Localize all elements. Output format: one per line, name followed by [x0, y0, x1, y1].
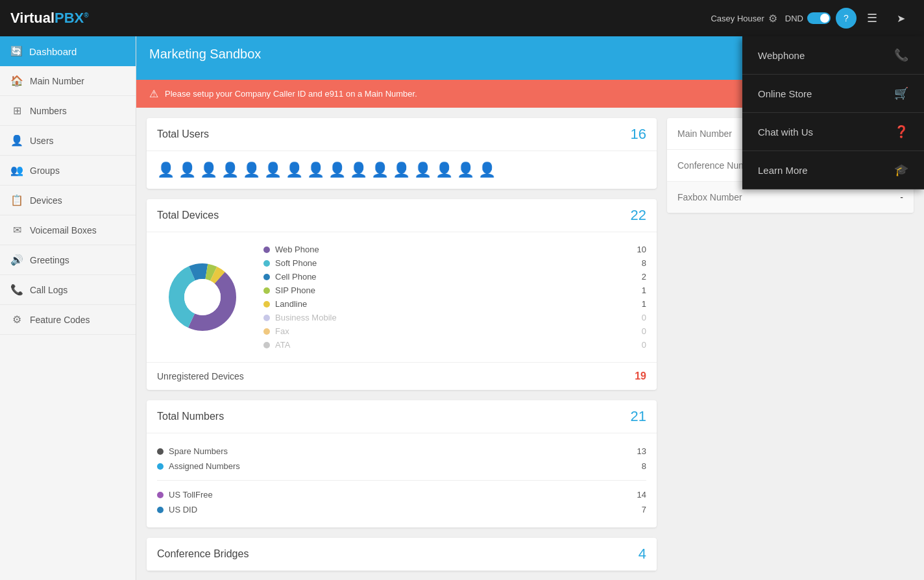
menu-button[interactable]: ☰: [859, 5, 885, 31]
dropdown-item-label: Chat with Us: [758, 127, 813, 138]
sidebar-item-users[interactable]: 👤 Users: [0, 126, 136, 156]
legend-label: Web Phone: [275, 245, 319, 254]
dropdown-item-webphone[interactable]: Webphone 📞: [742, 36, 924, 75]
phone-number: -: [900, 192, 903, 202]
legend-dot: [263, 287, 270, 294]
sidebar-item-main-number[interactable]: 🏠 Main Number: [0, 66, 136, 96]
legend-count: 0: [642, 340, 646, 350]
total-numbers-label: Total Numbers: [157, 411, 224, 422]
sidebar-item-dashboard[interactable]: 🔄 Dashboard: [0, 36, 136, 66]
conference-bridges-header: Conference Bridges 4: [147, 538, 657, 571]
dropdown-overlay: Webphone 📞 Online Store 🛒 Chat with Us ❓…: [742, 36, 924, 189]
legend-row: Soft Phone 8: [263, 256, 646, 270]
sidebar-item-greetings[interactable]: 🔊 Greetings: [0, 245, 136, 275]
sidebar-item-groups[interactable]: 👥 Groups: [0, 156, 136, 186]
numbers-label: US DID: [169, 505, 197, 514]
sidebar-item-voicemail-boxes[interactable]: ✉ Voicemail Boxes: [0, 215, 136, 245]
help-button[interactable]: ?: [836, 8, 857, 29]
user-figure-icon: 👤: [478, 162, 496, 178]
user-figure-icon: 👤: [393, 162, 410, 178]
dropdown-item-icon: 🎓: [894, 163, 908, 177]
legend-dot: [263, 274, 270, 280]
sidebar-item-feature-codes[interactable]: ⚙ Feature Codes: [0, 305, 136, 335]
user-figure-icon: 👤: [264, 162, 282, 178]
logo-virtual-text: Virtual: [10, 10, 55, 26]
user-figure-icon: 👤: [243, 162, 260, 178]
dropdown-item-online-store[interactable]: Online Store 🛒: [742, 75, 924, 113]
user-figure-icon: 👤: [221, 162, 239, 178]
total-numbers-card: Total Numbers 21 Spare Numbers 13 Assign…: [147, 400, 657, 527]
dropdown-item-label: Learn More: [758, 165, 808, 176]
total-users-card: Total Users 16 👤👤👤👤👤👤👤👤👤👤👤👤👤👤👤👤: [147, 118, 657, 189]
legend-count: 1: [642, 299, 646, 309]
phone-label: Faxbox Number: [677, 192, 742, 202]
toggle-knob: [820, 14, 829, 23]
navbar: VirtualPBX® Casey Houser ⚙ DND ? ☰ ➤: [0, 0, 924, 36]
numbers-count: 7: [642, 505, 646, 514]
legend-count: 8: [642, 258, 646, 268]
dropdown-item-icon: ❓: [894, 125, 908, 139]
sidebar-label-numbers: Numbers: [30, 106, 67, 116]
dropdown-item-learn-more[interactable]: Learn More 🎓: [742, 151, 924, 189]
dropdown-item-chat-with-us[interactable]: Chat with Us ❓: [742, 113, 924, 151]
home-icon: 🏠: [10, 75, 23, 87]
user-figure-icon: 👤: [178, 162, 196, 178]
voicemail-icon: ✉: [10, 224, 23, 236]
total-users-header: Total Users 16: [147, 118, 657, 151]
alert-message: Please setup your Company Caller ID and …: [165, 89, 417, 99]
conference-bridges-label: Conference Bridges: [157, 548, 249, 560]
numbers-label: US TollFree: [169, 490, 213, 500]
legend-count: 10: [637, 245, 646, 254]
user-figure-icon: 👤: [307, 162, 324, 178]
user-figure-icon: 👤: [328, 162, 346, 178]
greetings-icon: 🔊: [10, 254, 23, 266]
numbers-dot: [157, 492, 164, 498]
dnd-toggle[interactable]: DND: [785, 12, 831, 24]
sidebar-label-groups: Groups: [30, 165, 60, 176]
sidebar-item-devices[interactable]: 📋 Devices: [0, 186, 136, 215]
dnd-label: DND: [785, 14, 803, 23]
sidebar-label-call-logs: Call Logs: [30, 285, 67, 295]
numbers-row: Spare Numbers 13: [157, 444, 646, 459]
devices-icon: 📋: [10, 194, 23, 206]
numbers-count: 13: [637, 446, 646, 456]
numbers-dot: [157, 463, 164, 470]
numbers-count: 14: [637, 490, 646, 500]
dropdown-item-icon: 🛒: [894, 86, 908, 101]
user-figure-icon: 👤: [200, 162, 217, 178]
legend-dot: [263, 315, 270, 321]
legend-row: Cell Phone 2: [263, 270, 646, 284]
legend-dot: [263, 328, 270, 335]
numbers-count: 8: [642, 461, 646, 471]
user-name: Casey Houser: [711, 14, 764, 23]
gear-icon[interactable]: ⚙: [768, 12, 777, 25]
sidebar-label-voicemail: Voicemail Boxes: [30, 225, 97, 236]
unregistered-devices-count: 19: [635, 370, 646, 382]
legend-row: SIP Phone 1: [263, 284, 646, 297]
groups-icon: 👥: [10, 164, 23, 176]
navbar-right: Casey Houser ⚙ DND ? ☰ ➤: [711, 5, 914, 31]
user-figure-icon: 👤: [286, 162, 303, 178]
numbers-section: Spare Numbers 13 Assigned Numbers 8 US T…: [147, 433, 657, 527]
logo-pbx-text: PBX: [55, 10, 84, 26]
legend-dot: [263, 301, 270, 308]
legend-label: ATA: [275, 340, 290, 350]
users-grid: 👤👤👤👤👤👤👤👤👤👤👤👤👤👤👤👤: [147, 151, 657, 189]
legend-label: Soft Phone: [275, 258, 317, 268]
feature-codes-icon: ⚙: [10, 313, 23, 326]
legend-label: Business Mobile: [275, 313, 337, 322]
user-figure-icon: 👤: [414, 162, 432, 178]
logout-button[interactable]: ➤: [888, 5, 914, 31]
conference-bridges-count: 4: [638, 546, 646, 562]
sidebar-item-numbers[interactable]: ⊞ Numbers: [0, 96, 136, 126]
sidebar-label-users: Users: [30, 136, 54, 146]
user-figure-icon: 👤: [435, 162, 453, 178]
numbers-dot: [157, 507, 164, 513]
sidebar-label-main-number: Main Number: [30, 76, 84, 86]
legend-count: 0: [642, 313, 646, 322]
logo-registered-text: ®: [84, 12, 88, 19]
sidebar-item-call-logs[interactable]: 📞 Call Logs: [0, 275, 136, 305]
total-numbers-count: 21: [631, 408, 646, 425]
dnd-switch[interactable]: [807, 12, 831, 24]
alert-icon: ⚠: [149, 88, 158, 100]
